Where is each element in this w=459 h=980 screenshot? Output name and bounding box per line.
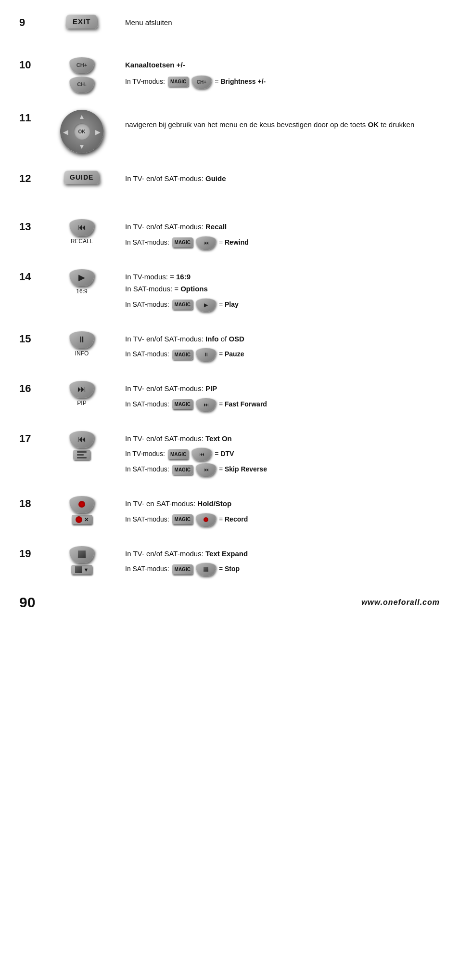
record-sub-dot: [76, 516, 82, 523]
icon-area-13: ⏮ RECALL: [48, 219, 115, 245]
text-line-2: [77, 454, 84, 456]
item-number-12: 12: [19, 170, 48, 185]
recall-label: RECALL: [71, 238, 93, 245]
icon-area-9: EXIT: [48, 14, 115, 28]
stop-sm-icon: [195, 563, 217, 576]
dpad-icon: ▲ ▼ ◀ ▶ OK: [60, 110, 103, 153]
magic-badge-16: MAGIC: [172, 399, 193, 409]
sub-prefix-10: In TV-modus:: [125, 76, 165, 88]
desc-text-15: In TV- en/of SAT-modus: Info of OSD: [125, 335, 244, 343]
desc-area-17: In TV- en/of SAT-modus: Text On In TV-mo…: [115, 431, 440, 477]
icon-area-10: CH+ CH-: [48, 57, 115, 92]
desc-text-14a: In TV-modus: = 16:9: [125, 273, 191, 281]
sub-line-17a: In TV-modus: MAGIC ⏮ = DTV: [125, 447, 440, 461]
sub-suffix-14: = Play: [219, 299, 239, 311]
guide-button-icon: GUIDE: [64, 171, 100, 184]
item-number-16: 16: [19, 380, 48, 395]
sub-prefix-13: In SAT-modus:: [125, 237, 169, 248]
text-line-3: [77, 457, 87, 458]
desc-text-18: In TV- en SAT-modus: Hold/Stop: [125, 499, 231, 508]
sub-suffix-15: = Pauze: [219, 349, 244, 360]
play-label: 16:9: [76, 288, 87, 295]
desc-bold-10: Kanaaltoetsen +/-: [125, 61, 185, 69]
row-16: 16 ⏭ PIP In TV- en/of SAT-modus: PIP In …: [19, 380, 440, 411]
page-number: 90: [19, 594, 35, 611]
pause-button-icon: ⏸: [69, 331, 95, 348]
hold-stop-button-icon: [69, 496, 95, 513]
row-18: 18 ✕ In TV- en SAT-modus: Hold/Stop In S…: [19, 496, 440, 526]
sub-line-13: In SAT-modus: MAGIC ⏮ = Rewind: [125, 236, 440, 249]
desc-area-18: In TV- en SAT-modus: Hold/Stop In SAT-mo…: [115, 496, 440, 526]
magic-badge-17a: MAGIC: [168, 449, 189, 459]
item-number-11: 11: [19, 110, 48, 124]
magic-badge-13: MAGIC: [172, 237, 193, 248]
desc-area-13: In TV- en/of SAT-modus: Recall In SAT-mo…: [115, 219, 440, 249]
item-number-14: 14: [19, 269, 48, 283]
skip-rev-sm-icon: ⏮: [191, 448, 212, 461]
sub-prefix-18: In SAT-modus:: [125, 514, 169, 525]
row-14: 14 ▶ 16:9 In TV-modus: = 16:9 In SAT-mod…: [19, 269, 440, 312]
skip-rev-sm2-icon: ⏮: [195, 463, 217, 477]
dpad-right-arrow: ▶: [95, 128, 101, 136]
ch-plus-icon: CH+: [69, 57, 95, 74]
row-10: 10 CH+ CH- Kanaaltoetsen +/- In TV-modus…: [19, 57, 440, 92]
magic-badge-15: MAGIC: [172, 350, 193, 360]
desc-text-11: navigeren bij gebruik van het menu en de…: [125, 120, 414, 129]
text-lines-icon: [77, 451, 87, 458]
sub-line-19: In SAT-modus: MAGIC = Stop: [125, 562, 440, 576]
magic-badge-14: MAGIC: [172, 300, 193, 310]
record-dot-icon: [78, 501, 85, 508]
sub-line-18: In SAT-modus: MAGIC = Record: [125, 513, 440, 526]
icon-area-15: ⏸ INFO: [48, 331, 115, 357]
sub-line-14: In SAT-modus: MAGIC ▶ = Play: [125, 298, 440, 312]
text-line-1: [77, 451, 87, 453]
magic-badge-10: MAGIC: [168, 77, 189, 87]
hold-x-label: ✕: [84, 517, 89, 523]
record-sm-icon: [195, 513, 217, 526]
dpad-ok-button: OK: [74, 123, 90, 140]
icon-area-14: ▶ 16:9: [48, 269, 115, 295]
item-number-18: 18: [19, 496, 48, 510]
row-11: 11 ▲ ▼ ◀ ▶ OK navigeren bij gebruik van …: [19, 110, 440, 153]
sub-suffix-17b: = Skip Reverse: [219, 464, 267, 475]
hold-sub-icon: ✕: [72, 515, 92, 524]
item-number-17: 17: [19, 431, 48, 445]
play-button-icon: ▶: [69, 269, 95, 286]
sub-suffix-13: = Rewind: [219, 237, 249, 248]
desc-area-11: navigeren bij gebruik van het menu en de…: [115, 110, 440, 131]
ff-label: PIP: [77, 400, 86, 406]
item-number-15: 15: [19, 331, 48, 345]
icon-area-12: GUIDE: [48, 170, 115, 184]
desc-text-16: In TV- en/of SAT-modus: PIP: [125, 384, 217, 392]
stop-sub-icon: ▼: [71, 565, 93, 575]
play-sm-icon: ▶: [195, 298, 217, 312]
text-on-button-icon: ⏮: [69, 431, 95, 448]
desc-text-17: In TV- en/of SAT-modus: Text On: [125, 434, 232, 443]
website-url: WWW.ONEFORALL.COM: [361, 598, 440, 607]
page-footer: 90 WWW.ONEFORALL.COM: [19, 590, 440, 611]
row-15: 15 ⏸ INFO In TV- en/of SAT-modus: Info o…: [19, 331, 440, 362]
desc-area-9: Menu afsluiten: [115, 14, 440, 29]
desc-text-12: In TV- en/of SAT-modus: Guide: [125, 174, 226, 183]
desc-area-19: In TV- en/of SAT-modus: Text Expand In S…: [115, 546, 440, 576]
dpad-left-arrow: ◀: [63, 128, 68, 136]
sub-line-17b: In SAT-modus: MAGIC ⏮ = Skip Reverse: [125, 463, 440, 476]
dpad-up-arrow: ▲: [78, 113, 85, 120]
desc-text-14b: In SAT-modus: = Options: [125, 285, 208, 293]
sub-prefix-19: In SAT-modus:: [125, 563, 169, 575]
desc-text-19: In TV- en/of SAT-modus: Text Expand: [125, 549, 248, 558]
sub-suffix-18: = Record: [219, 514, 248, 525]
sub-suffix-19: = Stop: [219, 563, 240, 575]
stop-sub-square: [75, 566, 82, 573]
stop-down-arrow: ▼: [84, 567, 89, 573]
icon-area-16: ⏭ PIP: [48, 380, 115, 406]
item-number-13: 13: [19, 219, 48, 233]
row-19: 19 ▼ In TV- en/of SAT-modus: Text Expand…: [19, 546, 440, 576]
row-12: 12 GUIDE In TV- en/of SAT-modus: Guide: [19, 170, 440, 199]
sub-line-15: In SAT-modus: MAGIC ⏸ = Pauze: [125, 348, 440, 361]
icon-area-11: ▲ ▼ ◀ ▶ OK: [48, 110, 115, 153]
ch-minus-icon: CH-: [69, 77, 95, 93]
magic-badge-18: MAGIC: [172, 514, 193, 524]
row-13: 13 ⏮ RECALL In TV- en/of SAT-modus: Reca…: [19, 219, 440, 249]
magic-badge-19: MAGIC: [172, 564, 193, 575]
